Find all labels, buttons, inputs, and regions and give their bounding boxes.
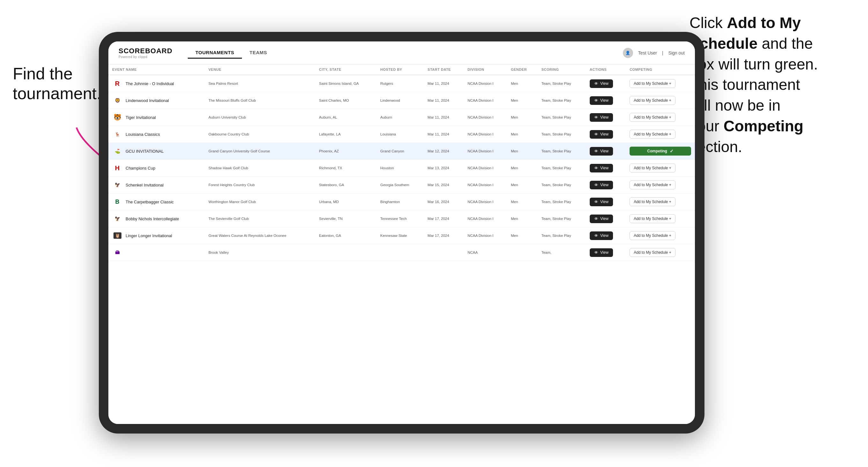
view-label: View: [600, 166, 609, 170]
actions-cell: 👁 View: [586, 210, 626, 227]
venue-cell: Worthington Manor Golf Club: [205, 193, 315, 210]
view-button[interactable]: 👁 View: [590, 130, 613, 139]
hosted-by-text: Binghamton: [380, 200, 400, 204]
date-cell: [424, 244, 464, 261]
eye-icon: 👁: [594, 183, 598, 187]
scoring-cell: Team, Stroke Play: [537, 109, 586, 126]
view-label: View: [600, 149, 609, 153]
division-text: NCAA Division I: [468, 98, 493, 102]
hosted-by-text: Georgia Southern: [380, 183, 409, 187]
table-row: 🏔 Brook ValleyNCAATeam, 👁 View Add to My…: [108, 244, 695, 261]
date-cell: Mar 16, 2024: [424, 193, 464, 210]
division-cell: NCAA Division I: [464, 227, 507, 244]
date-cell: Mar 11, 2024: [424, 75, 464, 92]
add-to-schedule-button[interactable]: Add to My Schedule +: [629, 130, 676, 139]
city-text: Statesboro, GA: [319, 183, 344, 187]
add-to-schedule-button[interactable]: Add to My Schedule +: [629, 163, 676, 173]
scoring-text: Team, Stroke Play: [541, 234, 571, 238]
view-button[interactable]: 👁 View: [590, 248, 613, 257]
venue-cell: Brook Valley: [205, 244, 315, 261]
gender-cell: Men: [507, 160, 538, 177]
view-label: View: [600, 132, 609, 136]
col-event-name: EVENT NAME: [108, 64, 205, 75]
event-name-cell: B The Carpetbagger Classic: [112, 197, 201, 207]
gender-text: Men: [511, 217, 518, 221]
view-button[interactable]: 👁 View: [590, 181, 613, 189]
city-cell: Saint Simons Island, GA: [315, 75, 376, 92]
view-button[interactable]: 👁 View: [590, 80, 613, 88]
city-text: Urbana, MD: [319, 200, 339, 204]
table-row: 🦌 Louisiana Classics Oakbourne Country C…: [108, 126, 695, 143]
col-competing: COMPETING: [626, 64, 695, 75]
date-cell: Mar 12, 2024: [424, 143, 464, 160]
add-to-schedule-button[interactable]: Add to My Schedule +: [629, 113, 676, 122]
actions-cell: 👁 View: [586, 160, 626, 177]
add-to-schedule-button[interactable]: Add to My Schedule +: [629, 248, 676, 257]
add-to-schedule-button[interactable]: Add to My Schedule +: [629, 96, 676, 105]
venue-cell: Oakbourne Country Club: [205, 126, 315, 143]
view-button[interactable]: 👁 View: [590, 231, 613, 240]
gender-cell: Men: [507, 177, 538, 193]
gender-cell: Men: [507, 75, 538, 92]
event-name-text: Louisiana Classics: [126, 132, 160, 137]
event-name-cell: H Champions Cup: [112, 163, 201, 173]
venue-text: Oakbourne Country Club: [209, 132, 249, 136]
view-button[interactable]: 👁 View: [590, 215, 613, 223]
hosted-by-text: Grand Canyon: [380, 149, 404, 153]
view-label: View: [600, 216, 609, 221]
eye-icon: 👁: [594, 250, 598, 255]
competing-cell: Add to My Schedule +: [626, 92, 695, 109]
date-cell: Mar 11, 2024: [424, 109, 464, 126]
eye-icon: 👁: [594, 199, 598, 204]
city-text: Saint Charles, MO: [319, 98, 349, 102]
view-button[interactable]: 👁 View: [590, 96, 613, 105]
sign-out-link[interactable]: Sign out: [669, 50, 685, 56]
team-logo-icon: 🦁: [115, 98, 120, 103]
tab-teams[interactable]: TEAMS: [242, 47, 275, 59]
venue-text: Worthington Manor Golf Club: [209, 200, 256, 204]
venue-text: Sea Palms Resort: [209, 82, 238, 86]
add-to-schedule-button[interactable]: Add to My Schedule +: [629, 214, 676, 223]
hosted-by-cell: Louisiana: [376, 126, 424, 143]
team-logo: R: [112, 79, 122, 89]
view-button[interactable]: 👁 View: [590, 147, 613, 156]
col-scoring: SCORING: [537, 64, 586, 75]
competing-cell: Add to My Schedule +: [626, 75, 695, 92]
add-to-schedule-label: Add to My Schedule +: [634, 234, 671, 238]
gender-text: Men: [511, 115, 518, 119]
add-to-schedule-button[interactable]: Add to My Schedule +: [629, 231, 676, 240]
date-cell: Mar 11, 2024: [424, 126, 464, 143]
tab-tournaments[interactable]: TOURNAMENTS: [188, 47, 242, 59]
hosted-by-text: Auburn: [380, 115, 392, 119]
hosted-by-text: Lindenwood: [380, 98, 400, 102]
view-button[interactable]: 👁 View: [590, 164, 613, 173]
add-to-schedule-label: Add to My Schedule +: [634, 199, 671, 204]
table-row: 🐯 Tiger Invitational Auburn University C…: [108, 109, 695, 126]
view-button[interactable]: 👁 View: [590, 198, 613, 206]
competing-cell: Add to My Schedule +: [626, 177, 695, 193]
gender-cell: Men: [507, 143, 538, 160]
add-to-schedule-button[interactable]: Add to My Schedule +: [629, 79, 676, 88]
scoring-cell: Team, Stroke Play: [537, 75, 586, 92]
user-name: Test User: [638, 50, 657, 56]
event-name-cell: ⛳ GCU INVITATIONAL: [112, 146, 201, 156]
division-text: NCAA Division I: [468, 132, 493, 136]
add-to-schedule-button[interactable]: Add to My Schedule +: [629, 180, 676, 189]
table-row: 🦉 Linger Longer Invitational Great Water…: [108, 227, 695, 244]
competing-button[interactable]: Competing ✓: [629, 147, 691, 156]
eye-icon: 👁: [594, 166, 598, 170]
add-to-schedule-button[interactable]: Add to My Schedule +: [629, 197, 676, 206]
view-button[interactable]: 👁 View: [590, 113, 613, 122]
add-to-schedule-label: Add to My Schedule +: [634, 216, 671, 221]
team-logo-icon: R: [115, 80, 120, 87]
team-logo: 🦌: [112, 129, 122, 139]
division-text: NCAA Division I: [468, 217, 493, 221]
venue-text: Auburn University Club: [209, 115, 246, 119]
gender-text: Men: [511, 183, 518, 187]
eye-icon: 👁: [594, 98, 598, 103]
scoring-text: Team, Stroke Play: [541, 217, 571, 221]
actions-cell: 👁 View: [586, 227, 626, 244]
actions-cell: 👁 View: [586, 75, 626, 92]
hosted-by-cell: Kennesaw State: [376, 227, 424, 244]
competing-cell: Add to My Schedule +: [626, 244, 695, 261]
